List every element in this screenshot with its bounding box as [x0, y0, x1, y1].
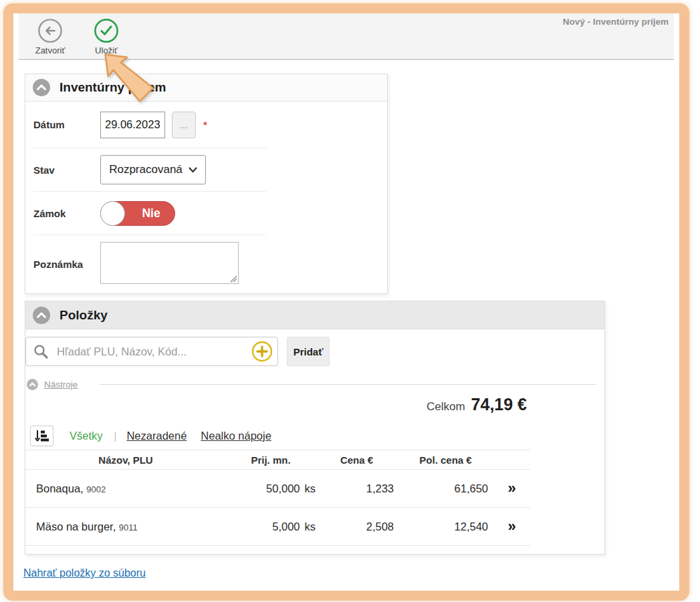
item-plu: 9011	[119, 522, 138, 533]
header-name-plu: Názov, PLU	[25, 454, 226, 466]
quick-add-icon[interactable]	[251, 341, 273, 362]
table-row[interactable]: Mäso na burger, 9011 5,000ks 2,508 12,54…	[25, 508, 530, 546]
check-circle-icon	[94, 18, 119, 43]
tools-row: Nástroje	[27, 378, 602, 391]
add-item-button[interactable]: Pridať	[287, 337, 330, 366]
close-button[interactable]: Zatvoriť	[31, 18, 70, 55]
item-qty: 50,000	[266, 482, 300, 494]
required-asterisk: *	[203, 119, 207, 130]
lock-toggle[interactable]: Nie	[100, 201, 175, 226]
toggle-knob	[100, 201, 125, 226]
document-panel: Inventúrny príjem Dátum ... * Stav Rozpr…	[25, 73, 388, 294]
header-line-total: Pol. cena €	[403, 454, 493, 466]
item-plu: 9002	[86, 484, 106, 494]
collapse-icon[interactable]	[33, 79, 50, 96]
collapse-icon[interactable]	[33, 307, 50, 324]
sort-amount-icon	[35, 430, 49, 442]
items-table: Názov, PLU Prij. mn. Cena € Pol. cena € …	[25, 450, 530, 546]
total-row: Celkom74,19 €	[25, 395, 527, 414]
lock-row: Zámok Nie	[33, 192, 266, 235]
item-name: Mäso na burger,	[36, 520, 116, 533]
collapse-icon-small[interactable]	[27, 379, 38, 390]
lock-toggle-state: Nie	[128, 202, 174, 225]
date-label: Dátum	[33, 119, 100, 130]
item-line-total: 61,650	[403, 482, 493, 495]
table-header-row: Názov, PLU Prij. mn. Cena € Pol. cena €	[25, 450, 530, 470]
header-qty: Prij. mn.	[226, 454, 320, 466]
status-label: Stav	[33, 164, 100, 176]
toolbar: Zatvoriť Uložiť Nový - Inventúrny príjem	[19, 13, 674, 60]
note-row: Poznámka	[33, 235, 266, 293]
item-price: 1,233	[320, 482, 403, 495]
status-select-value: Rozpracovaná	[109, 163, 183, 176]
save-button-label: Uložiť	[95, 45, 118, 55]
save-button[interactable]: Uložiť	[87, 18, 126, 55]
search-row: Pridať	[25, 337, 604, 366]
sort-button[interactable]	[30, 426, 53, 446]
item-unit: ks	[305, 520, 316, 533]
open-row-icon[interactable]: »	[507, 518, 515, 535]
total-value: 74,19 €	[471, 395, 527, 414]
item-line-total: 12,540	[403, 520, 493, 533]
back-arrow-icon	[37, 18, 63, 43]
note-label: Poznámka	[33, 259, 100, 270]
item-unit: ks	[305, 482, 316, 494]
tools-link[interactable]: Nástroje	[44, 380, 78, 390]
total-label: Celkom	[427, 400, 465, 413]
item-price: 2,508	[320, 520, 403, 533]
item-qty: 5,000	[272, 520, 300, 533]
open-row-icon[interactable]: »	[507, 480, 515, 496]
page: Zatvoriť Uložiť Nový - Inventúrny príjem…	[0, 0, 700, 602]
lock-label: Zámok	[33, 208, 100, 219]
status-select[interactable]: Rozpracovaná	[100, 155, 206, 184]
divider-line	[100, 384, 596, 385]
tab-separator: |	[114, 430, 117, 442]
document-panel-header: Inventúrny príjem	[25, 74, 387, 102]
items-panel-title: Položky	[60, 308, 108, 323]
window-title: Nový - Inventúrny príjem	[563, 17, 669, 27]
date-row: Dátum ... *	[33, 102, 266, 148]
document-panel-title: Inventúrny príjem	[60, 80, 166, 95]
category-tabs: Všetky | Nezaradené Nealko nápoje	[30, 425, 271, 446]
header-price: Cena €	[320, 454, 403, 466]
items-panel-header: Položky	[25, 301, 604, 329]
item-name: Bonaqua,	[36, 482, 84, 494]
date-picker-button[interactable]: ...	[172, 112, 196, 138]
upload-items-link[interactable]: Nahrať položky zo súboru	[23, 567, 146, 579]
tab-vsetky[interactable]: Všetky	[70, 430, 103, 442]
close-button-label: Zatvoriť	[35, 45, 66, 55]
tab-nealko-napoje[interactable]: Nealko nápoje	[201, 430, 271, 442]
search-input[interactable]	[25, 337, 278, 366]
status-row: Stav Rozpracovaná	[33, 148, 266, 192]
tab-nezaradene[interactable]: Nezaradené	[126, 430, 187, 442]
date-input[interactable]	[100, 112, 165, 138]
search-icon	[33, 343, 49, 359]
note-textarea[interactable]	[100, 242, 239, 284]
table-row[interactable]: Bonaqua, 9002 50,000ks 1,233 61,650 »	[25, 470, 530, 508]
items-panel: Položky Pridať Nástroje	[25, 301, 605, 555]
chevron-down-icon	[189, 167, 197, 173]
